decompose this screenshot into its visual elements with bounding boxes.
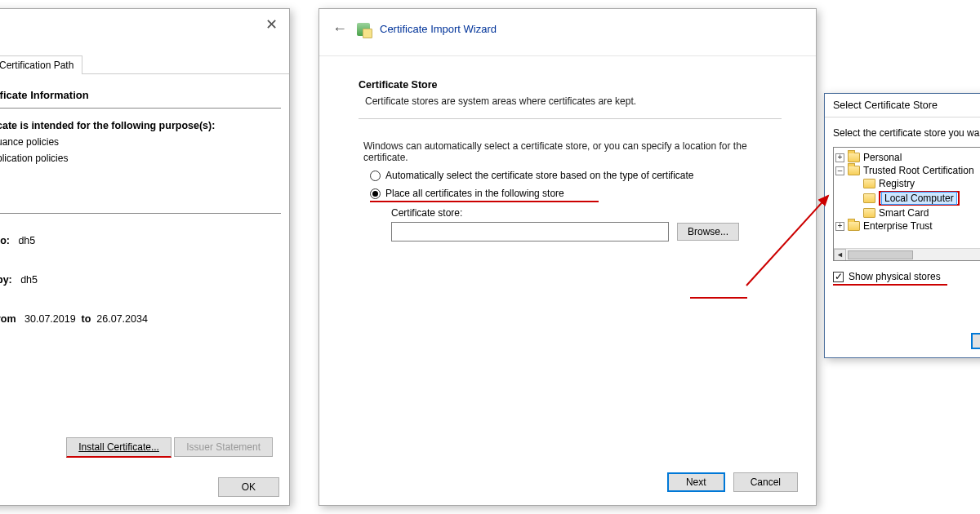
radio-auto-select[interactable]: Automatically select the certificate sto… — [370, 170, 782, 181]
tree-item-personal[interactable]: Personal — [863, 152, 902, 163]
scroll-left-arrow-icon[interactable]: ◄ — [834, 249, 846, 261]
wizard-body-text: Windows can automatically select a certi… — [363, 140, 782, 163]
valid-to-value: 26.07.2034 — [96, 313, 148, 325]
ok-button[interactable]: OK — [218, 477, 279, 497]
browse-button[interactable]: Browse... — [677, 223, 739, 241]
wizard-icon — [357, 23, 370, 36]
show-physical-stores-checkbox[interactable]: Show physical stores — [833, 271, 947, 282]
certificate-properties-window: ✕ Certification Path ificate Information… — [0, 8, 290, 506]
folder-icon — [848, 153, 860, 162]
show-physical-stores-label: Show physical stores — [849, 271, 941, 282]
tree-item-enterprise-trust[interactable]: Enterprise Trust — [863, 220, 933, 232]
purpose-line-2: plication policies — [0, 153, 281, 164]
close-icon[interactable]: ✕ — [259, 12, 284, 37]
issued-by-label: by: — [0, 274, 12, 286]
tab-certification-path[interactable]: Certification Path — [0, 55, 82, 74]
certificate-tabs: Certification Path — [0, 55, 289, 74]
issued-to-row: to: dh5 — [0, 235, 281, 246]
folder-icon — [848, 166, 860, 175]
issued-to-label: to: — [0, 235, 10, 246]
issuer-statement-button: Issuer Statement — [174, 437, 273, 457]
horizontal-scrollbar[interactable]: ◄ ► — [834, 248, 980, 260]
valid-to-word: to — [82, 313, 91, 325]
radio-icon[interactable] — [370, 171, 381, 181]
ok-button[interactable]: OK — [971, 333, 980, 349]
folder-icon — [863, 179, 875, 188]
certificate-information-header: ificate Information — [0, 89, 281, 109]
valid-dates-row: rom 30.07.2019 to 26.07.2034 — [0, 313, 281, 325]
valid-from-value: 30.07.2019 — [24, 313, 76, 325]
intended-purpose-header: cate is intended for the following purpo… — [0, 120, 281, 131]
section-description: Certificate stores are system areas wher… — [365, 95, 782, 107]
certificate-import-wizard-window: ← Certificate Import Wizard Certificate … — [318, 8, 817, 506]
folder-icon — [863, 193, 875, 203]
radio-place-label: Place all certificates in the following … — [385, 188, 564, 199]
next-button[interactable]: Next — [667, 472, 725, 492]
issued-by-value: dh5 — [20, 274, 38, 286]
radio-auto-label: Automatically select the certificate sto… — [385, 170, 694, 181]
dialog-title: Select Certificate Store — [825, 94, 980, 117]
issued-to-value: dh5 — [18, 235, 35, 246]
certificate-store-input[interactable] — [391, 222, 669, 241]
collapse-icon[interactable]: – — [835, 166, 844, 175]
expand-icon[interactable]: + — [835, 222, 844, 231]
purpose-line-1: uance policies — [0, 136, 281, 148]
cancel-button[interactable]: Cancel — [733, 472, 798, 492]
back-arrow-icon[interactable]: ← — [332, 20, 347, 38]
select-certificate-store-window: Select Certificate Store Select the cert… — [824, 93, 980, 358]
tree-item-local-computer[interactable]: Local Computer — [879, 191, 960, 206]
scrollbar-thumb[interactable] — [848, 250, 913, 259]
issued-by-row: by: dh5 — [0, 274, 281, 286]
tree-item-registry[interactable]: Registry — [879, 178, 915, 189]
section-title: Certificate Store — [359, 79, 782, 91]
tree-item-smart-card[interactable]: Smart Card — [879, 207, 929, 219]
checkbox-icon[interactable] — [833, 272, 844, 282]
annotation-underline-browse — [690, 297, 747, 299]
dialog-prompt: Select the certificate store you want — [833, 127, 980, 139]
radio-place-all[interactable]: Place all certificates in the following … — [370, 188, 599, 199]
certificate-store-label: Certificate store: — [391, 207, 782, 219]
wizard-title: Certificate Import Wizard — [380, 23, 497, 35]
tree-item-trusted-root[interactable]: Trusted Root Certification — [863, 165, 974, 176]
install-certificate-button[interactable]: Install Certificate... — [66, 437, 172, 458]
folder-icon — [848, 221, 860, 231]
valid-from-label: rom — [0, 313, 16, 325]
radio-icon[interactable] — [370, 188, 381, 199]
folder-icon — [863, 208, 875, 218]
certificate-store-tree[interactable]: + Personal – Trusted Root Certification … — [833, 147, 980, 261]
expand-icon[interactable]: + — [835, 153, 844, 162]
